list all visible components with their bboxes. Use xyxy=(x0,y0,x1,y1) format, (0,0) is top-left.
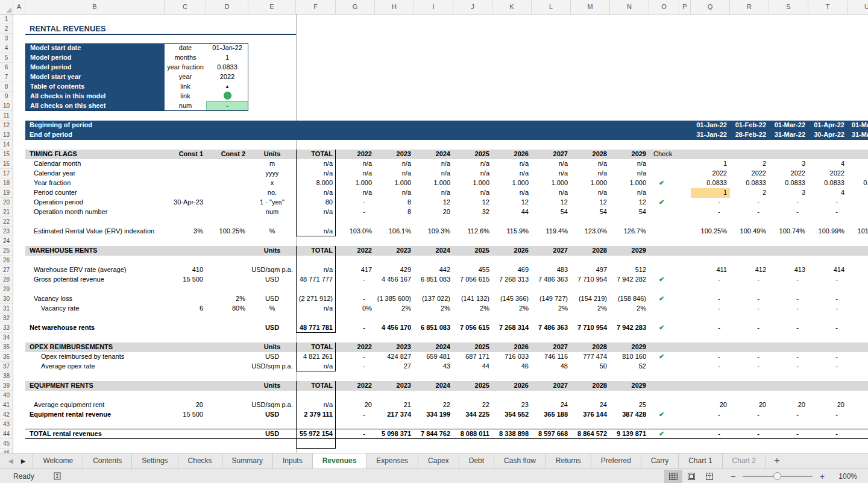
cell-H27[interactable]: 429 xyxy=(375,265,414,275)
column-header-U[interactable]: U xyxy=(848,0,868,14)
cell-K37[interactable]: 46 xyxy=(492,362,532,371)
cell-Q30[interactable]: - xyxy=(691,294,730,304)
check-icon-O36[interactable]: ✔ xyxy=(649,352,679,362)
cell-B2[interactable]: RENTAL REVENUES xyxy=(25,24,165,34)
cell-G20[interactable]: - xyxy=(336,198,375,207)
cell-E33[interactable]: USD xyxy=(248,323,296,333)
row-header-36[interactable]: 36 xyxy=(0,352,13,362)
cell-M18[interactable]: 1.000 xyxy=(571,178,610,188)
cell-M42[interactable]: 376 144 xyxy=(571,410,610,420)
cell-G31[interactable]: 0% xyxy=(336,304,375,314)
check-icon-O20[interactable]: ✔ xyxy=(649,198,679,207)
cell-D31[interactable]: 80% xyxy=(206,304,248,314)
cell-K36[interactable]: 716 033 xyxy=(492,352,532,362)
cell-B31[interactable]: Vacancy rate xyxy=(25,304,165,314)
row-header-18[interactable]: 18 xyxy=(0,178,13,188)
cell-L44[interactable]: 8 597 668 xyxy=(532,429,571,439)
cell-B16[interactable]: Calendar month xyxy=(25,159,165,169)
cell-B28[interactable]: Gross potential revenue xyxy=(25,275,165,285)
cell-I18[interactable]: 1.000 xyxy=(414,178,453,188)
cell-U13[interactable]: 31-May-22 xyxy=(848,130,868,140)
sheet-tab-returns[interactable]: Returns xyxy=(546,453,591,469)
cell-I25[interactable]: 2024 xyxy=(414,246,453,256)
cell-E17[interactable]: yyyy xyxy=(248,169,296,178)
cell-M37[interactable]: 50 xyxy=(571,362,610,371)
cell-I31[interactable]: 2% xyxy=(414,304,453,314)
check-icon-O30[interactable]: ✔ xyxy=(649,294,679,304)
sheet-tab-preferred[interactable]: Preferred xyxy=(591,453,641,469)
cell-J28[interactable]: 7 056 615 xyxy=(453,275,492,285)
cell-M36[interactable]: 777 474 xyxy=(571,352,610,362)
cell-B39[interactable]: EQUIPMENT RENTS xyxy=(25,381,165,391)
cell-J36[interactable]: 687 171 xyxy=(453,352,492,362)
cell-M41[interactable]: 24 xyxy=(571,400,610,410)
scroll-tabs-right-icon[interactable]: ▶ xyxy=(21,458,26,464)
cell-J19[interactable]: n/a xyxy=(453,188,492,198)
cell-Q20[interactable]: - xyxy=(691,198,730,207)
cell-B21[interactable]: Operation month number xyxy=(25,207,165,217)
cell-D10[interactable]: - xyxy=(206,101,248,111)
cell-L20[interactable]: 12 xyxy=(532,198,571,207)
cell-N37[interactable]: 52 xyxy=(610,362,649,371)
cell-L19[interactable]: n/a xyxy=(532,188,571,198)
row-header-14[interactable]: 14 xyxy=(0,140,13,150)
cell-H37[interactable]: 27 xyxy=(375,362,414,371)
cell-S31[interactable]: - xyxy=(769,304,808,314)
zoom-out-button[interactable]: − xyxy=(728,472,738,481)
cell-J25[interactable]: 2025 xyxy=(453,246,492,256)
sheet-tab-contents[interactable]: Contents xyxy=(83,453,132,469)
cell-H20[interactable]: 8 xyxy=(375,198,414,207)
cell-J31[interactable]: 2% xyxy=(453,304,492,314)
cell-D7[interactable]: 2022 xyxy=(206,72,248,82)
sheet-tab-expenses[interactable]: Expenses xyxy=(366,453,418,469)
cell-H28[interactable]: 4 456 167 xyxy=(375,275,414,285)
cell-F28[interactable]: 48 771 777 xyxy=(296,275,336,285)
row-header-5[interactable]: 5 xyxy=(0,53,13,63)
cell-B13[interactable]: End of period xyxy=(25,130,165,140)
cell-N42[interactable]: 387 428 xyxy=(610,410,649,420)
cell-T21[interactable]: - xyxy=(808,207,848,217)
cell-B15[interactable]: TIMING FLAGS xyxy=(25,150,165,159)
cell-K27[interactable]: 469 xyxy=(492,265,532,275)
cell-Q21[interactable]: - xyxy=(691,207,730,217)
cell-C23[interactable]: 3% xyxy=(165,227,206,236)
cell-R28[interactable]: - xyxy=(730,275,769,285)
cell-F19[interactable]: n/a xyxy=(296,188,336,198)
cell-I44[interactable]: 7 844 762 xyxy=(414,429,453,439)
cell-T19[interactable]: 4 xyxy=(808,188,848,198)
cell-R17[interactable]: 2022 xyxy=(730,169,769,178)
sheet-tab-welcome[interactable]: Welcome xyxy=(33,453,83,469)
column-header-D[interactable]: D xyxy=(206,0,248,14)
cell-D6[interactable]: 0.0833 xyxy=(206,63,248,72)
cell-D4[interactable]: 01-Jan-22 xyxy=(206,43,248,53)
column-header-T[interactable]: T xyxy=(808,0,848,14)
cell-N23[interactable]: 126.7% xyxy=(610,227,649,236)
cell-H18[interactable]: 1.000 xyxy=(375,178,414,188)
column-header-C[interactable]: C xyxy=(165,0,206,14)
cell-T30[interactable]: - xyxy=(808,294,848,304)
cell-B10[interactable]: All checks on this sheet xyxy=(25,101,165,111)
cell-K33[interactable]: 7 268 314 xyxy=(492,323,532,333)
cell-S20[interactable]: - xyxy=(769,198,808,207)
cell-E16[interactable]: m xyxy=(248,159,296,169)
cell-L30[interactable]: (149 727) xyxy=(532,294,571,304)
zoom-slider-track[interactable] xyxy=(743,476,813,477)
sheet-tab-settings[interactable]: Settings xyxy=(132,453,178,469)
row-header-17[interactable]: 17 xyxy=(0,169,13,178)
cell-H21[interactable]: 8 xyxy=(375,207,414,217)
cell-I28[interactable]: 6 851 083 xyxy=(414,275,453,285)
cell-C7[interactable]: year xyxy=(165,72,206,82)
cell-Q17[interactable]: 2022 xyxy=(691,169,730,178)
row-header-41[interactable]: 41 xyxy=(0,400,13,410)
cell-F17[interactable]: n/a xyxy=(296,169,336,178)
cell-F33[interactable]: 48 771 781 xyxy=(296,323,336,333)
cell-B9[interactable]: All checks in this model xyxy=(25,92,165,101)
row-header-13[interactable]: 13 xyxy=(0,130,13,140)
cell-Q37[interactable]: - xyxy=(691,362,730,371)
sheet-tab-carry[interactable]: Carry xyxy=(641,453,679,469)
cell-G44[interactable]: - xyxy=(336,429,375,439)
column-header-B[interactable]: B xyxy=(25,0,165,14)
cell-B37[interactable]: Average opex rate xyxy=(25,362,165,371)
row-header-33[interactable]: 33 xyxy=(0,323,13,333)
cell-I39[interactable]: 2024 xyxy=(414,381,453,391)
